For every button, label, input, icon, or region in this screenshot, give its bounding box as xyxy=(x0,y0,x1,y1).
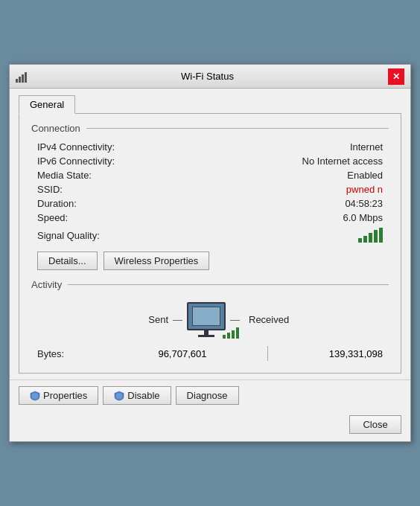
activity-visual: Sent — xyxy=(31,296,389,343)
wifi-status-window: Wi-Fi Status ✕ General Connection IPv4 C… xyxy=(9,64,411,442)
speed-label: Speed: xyxy=(37,212,68,223)
bytes-sent-value: 96,707,601 xyxy=(158,348,206,359)
activity-section-title: Activity xyxy=(31,279,389,290)
speed-value: 6.0 Mbps xyxy=(343,212,383,223)
wireless-properties-button[interactable]: Wireless Properties xyxy=(104,252,210,270)
ipv4-value: Internet xyxy=(350,141,383,153)
duration-value: 04:58:23 xyxy=(345,198,383,209)
properties-button[interactable]: Properties xyxy=(19,386,98,405)
monitor xyxy=(187,302,226,330)
bottom-button-row: Properties Disable Diagnose xyxy=(10,380,410,411)
speed-row: Speed: 6.0 Mbps xyxy=(31,211,389,225)
bytes-row: Bytes: 96,707,601 139,331,098 xyxy=(31,343,389,364)
footer-close-button[interactable]: Close xyxy=(349,415,401,434)
ipv6-row: IPv6 Connectivity: No Internet access xyxy=(31,154,389,168)
computer-icon xyxy=(187,302,226,337)
bytes-values: 96,707,601 139,331,098 xyxy=(158,346,383,361)
title-bar: Wi-Fi Status ✕ xyxy=(10,65,410,89)
bytes-divider xyxy=(267,346,268,361)
main-content: Connection IPv4 Connectivity: Internet I… xyxy=(19,113,401,374)
media-state-row: Media State: Enabled xyxy=(31,168,389,182)
bytes-received-value: 139,331,098 xyxy=(329,348,383,359)
details-button[interactable]: Details... xyxy=(37,252,98,270)
received-label: Received xyxy=(244,314,296,325)
disable-button[interactable]: Disable xyxy=(103,386,171,405)
ipv6-value: No Internet access xyxy=(302,156,383,167)
close-window-button[interactable]: ✕ xyxy=(388,68,404,85)
title-bar-left xyxy=(16,71,27,83)
bytes-label: Bytes: xyxy=(37,348,64,359)
media-state-label: Media State: xyxy=(37,170,92,181)
ipv4-label: IPv4 Connectivity: xyxy=(37,141,115,153)
computer-signal-bars xyxy=(223,327,239,339)
media-state-value: Enabled xyxy=(347,170,383,181)
activity-section: Activity Sent — xyxy=(31,279,389,364)
window-title: Wi-Fi Status xyxy=(27,71,388,82)
shield-icon-disable xyxy=(114,391,124,401)
ssid-label: SSID: xyxy=(37,184,63,195)
sent-dashes: — xyxy=(168,314,187,325)
connection-section-title: Connection xyxy=(31,123,389,134)
ipv6-label: IPv6 Connectivity: xyxy=(37,156,115,167)
tab-general[interactable]: General xyxy=(19,95,75,114)
ipv4-row: IPv4 Connectivity: Internet xyxy=(31,140,389,154)
duration-row: Duration: 04:58:23 xyxy=(31,196,389,211)
duration-label: Duration: xyxy=(37,198,77,209)
tab-area: General xyxy=(10,89,410,113)
diagnose-button[interactable]: Diagnose xyxy=(176,386,239,405)
ssid-row: SSID: pwned n xyxy=(31,182,389,196)
signal-bars xyxy=(358,228,383,243)
shield-icon-properties xyxy=(30,391,40,401)
detail-button-row: Details... Wireless Properties xyxy=(31,246,389,273)
ssid-value: pwned n xyxy=(346,184,383,195)
signal-label: Signal Quality: xyxy=(37,230,100,241)
monitor-base xyxy=(198,335,214,337)
footer-area: Close xyxy=(10,411,410,441)
wifi-status-icon xyxy=(16,71,27,83)
signal-row: Signal Quality: xyxy=(31,225,389,246)
received-dashes: — xyxy=(226,314,244,325)
monitor-screen xyxy=(192,307,220,326)
sent-label: Sent xyxy=(124,314,168,325)
